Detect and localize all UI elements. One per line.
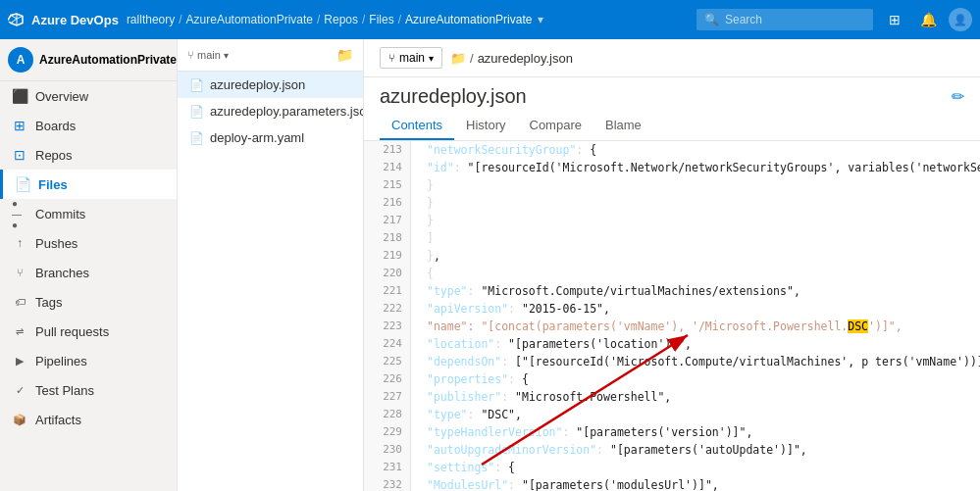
line-number: 219 bbox=[364, 247, 410, 265]
code-line: "properties": { bbox=[411, 370, 980, 388]
line-number: 226 bbox=[364, 370, 410, 388]
folder-separator-icon: 📁 bbox=[450, 51, 466, 66]
branch-selector-tree[interactable]: ⑂ main ▾ bbox=[187, 49, 229, 61]
tab-history[interactable]: History bbox=[454, 112, 517, 140]
code-line: "networkSecurityGroup": { bbox=[411, 141, 980, 159]
push-icon: ↑ bbox=[12, 235, 27, 251]
code-line: "type": "DSC", bbox=[411, 406, 980, 423]
file-tree-label-params: azuredeploy.parameters.json bbox=[210, 104, 364, 119]
bell-icon[interactable]: 🔔 bbox=[912, 8, 945, 31]
content-area: ⑂ main ▾ 📁 📄 azuredeploy.json 📄 azuredep… bbox=[178, 39, 980, 491]
code-line: "dependsOn": ["[resourceId('Microsoft.Co… bbox=[411, 353, 980, 370]
code-line: "ModulesUrl": "[parameters('modulesUrl')… bbox=[411, 476, 980, 491]
branch-icon-small: ⑂ bbox=[187, 49, 194, 61]
file-tree-label: azuredeploy.json bbox=[210, 77, 305, 92]
topbar-icons: ⊞ 🔔 👤 bbox=[881, 8, 972, 31]
artifact-icon: 📦 bbox=[12, 412, 27, 427]
user-icon[interactable]: 👤 bbox=[949, 8, 972, 31]
main-layout: A AzureAutomationPrivate + ⬛ Overview ⊞ … bbox=[0, 39, 980, 491]
code-line: "apiVersion": "2015-06-15", bbox=[411, 300, 980, 318]
code-line: "name": "[concat(parameters('vmName'), '… bbox=[411, 318, 980, 335]
search-icon: 🔍 bbox=[704, 13, 719, 26]
code-line: } bbox=[411, 212, 980, 229]
file-tree-label-yaml: deploy-arm.yaml bbox=[210, 130, 304, 145]
sidebar-label-repos: Repos bbox=[35, 148, 73, 163]
sidebar-label-pushes: Pushes bbox=[35, 236, 77, 251]
sidebar-item-pipelines[interactable]: ▶ Pipelines bbox=[0, 346, 177, 375]
line-number: 215 bbox=[364, 176, 410, 194]
search-box[interactable]: 🔍 bbox=[696, 9, 873, 30]
breadcrumb: ralltheory / AzureAutomationPrivate / Re… bbox=[127, 13, 689, 26]
sidebar-item-branches[interactable]: ⑂ Branches bbox=[0, 258, 177, 287]
tab-compare[interactable]: Compare bbox=[518, 112, 593, 140]
code-line: } bbox=[411, 194, 980, 212]
branch-selector[interactable]: ⑂ main ▾ bbox=[380, 47, 442, 69]
sidebar-item-artifacts[interactable]: 📦 Artifacts bbox=[0, 405, 177, 434]
line-number: 232 bbox=[364, 476, 410, 491]
branch-icon-editor: ⑂ bbox=[388, 52, 395, 64]
tag-icon: 🏷 bbox=[12, 294, 27, 310]
line-numbers: 2132142152162172182192202212222232242252… bbox=[364, 141, 411, 491]
code-line: "autoUpgradeMinorVersion": "[parameters(… bbox=[411, 441, 980, 459]
line-number: 213 bbox=[364, 141, 410, 159]
line-number: 220 bbox=[364, 265, 410, 282]
file-title: azuredeploy.json bbox=[380, 85, 527, 108]
line-number: 225 bbox=[364, 353, 410, 370]
code-container[interactable]: 2132142152162172182192202212222232242252… bbox=[364, 141, 980, 491]
search-input[interactable] bbox=[725, 13, 852, 26]
sidebar-label-pr: Pull requests bbox=[35, 324, 109, 339]
json-file-icon: 📄 bbox=[189, 78, 204, 92]
azure-devops-logo[interactable]: Azure DevOps bbox=[8, 11, 119, 28]
editor-header: ⑂ main ▾ 📁 / azuredeploy.json bbox=[364, 39, 980, 77]
file-title-bar: azuredeploy.json ✏ bbox=[364, 77, 980, 112]
chevron-down-icon: ▾ bbox=[429, 53, 434, 64]
sidebar-item-pull-requests[interactable]: ⇌ Pull requests bbox=[0, 317, 177, 346]
commit-icon: ●—● bbox=[12, 206, 27, 221]
json-params-icon: 📄 bbox=[189, 105, 204, 119]
line-number: 221 bbox=[364, 282, 410, 300]
editor-area: ⑂ main ▾ 📁 / azuredeploy.json azuredeplo… bbox=[364, 39, 980, 491]
code-line: "location": "[parameters('location')]", bbox=[411, 335, 980, 353]
folder-icon[interactable]: 📁 bbox=[336, 47, 353, 63]
file-tree-item-yaml[interactable]: 📄 deploy-arm.yaml bbox=[178, 124, 363, 151]
code-line: ] bbox=[411, 229, 980, 247]
line-number: 223 bbox=[364, 318, 410, 335]
line-number: 216 bbox=[364, 194, 410, 212]
line-number: 230 bbox=[364, 441, 410, 459]
sidebar-item-boards[interactable]: ⊞ Boards bbox=[0, 111, 177, 140]
sidebar-label-tags: Tags bbox=[35, 295, 62, 310]
path-separator: / bbox=[470, 51, 474, 66]
sidebar-item-commits[interactable]: ●—● Commits bbox=[0, 199, 177, 228]
sidebar-label-files: Files bbox=[38, 177, 68, 192]
sidebar-item-pushes[interactable]: ↑ Pushes bbox=[0, 228, 177, 258]
project-name: AzureAutomationPrivate bbox=[39, 53, 177, 67]
yaml-icon: 📄 bbox=[189, 131, 204, 145]
line-number: 229 bbox=[364, 423, 410, 441]
sidebar-item-repos[interactable]: ⊡ Repos bbox=[0, 140, 177, 170]
pr-icon: ⇌ bbox=[12, 323, 27, 339]
line-number: 218 bbox=[364, 229, 410, 247]
line-number: 217 bbox=[364, 212, 410, 229]
branch-icon: ⑂ bbox=[12, 265, 27, 280]
sidebar-item-tags[interactable]: 🏷 Tags bbox=[0, 287, 177, 317]
sidebar-item-test-plans[interactable]: ✓ Test Plans bbox=[0, 375, 177, 405]
code-line: }, bbox=[411, 247, 980, 265]
sidebar-item-overview[interactable]: ⬛ Overview bbox=[0, 81, 177, 111]
file-tree-item-params[interactable]: 📄 azuredeploy.parameters.json bbox=[178, 98, 363, 124]
test-icon: ✓ bbox=[12, 382, 27, 398]
line-number: 231 bbox=[364, 459, 410, 476]
file-tree-item-azuredeploy[interactable]: 📄 azuredeploy.json bbox=[178, 72, 363, 98]
sidebar-label-commits: Commits bbox=[35, 207, 85, 221]
edit-icon[interactable]: ✏ bbox=[952, 87, 964, 106]
branch-name: main bbox=[399, 51, 425, 65]
tab-blame[interactable]: Blame bbox=[593, 112, 653, 140]
sidebar-item-files[interactable]: 📄 Files bbox=[0, 170, 177, 199]
avatar: A bbox=[8, 47, 33, 73]
tab-contents[interactable]: Contents bbox=[380, 112, 454, 140]
pipeline-icon: ▶ bbox=[12, 353, 27, 368]
top-bar: Azure DevOps ralltheory / AzureAutomatio… bbox=[0, 0, 980, 39]
sidebar-header: A AzureAutomationPrivate + bbox=[0, 39, 177, 81]
repo-icon: ⊡ bbox=[12, 147, 27, 163]
sidebar-label-artifacts: Artifacts bbox=[35, 413, 81, 427]
grid-icon[interactable]: ⊞ bbox=[881, 8, 908, 31]
